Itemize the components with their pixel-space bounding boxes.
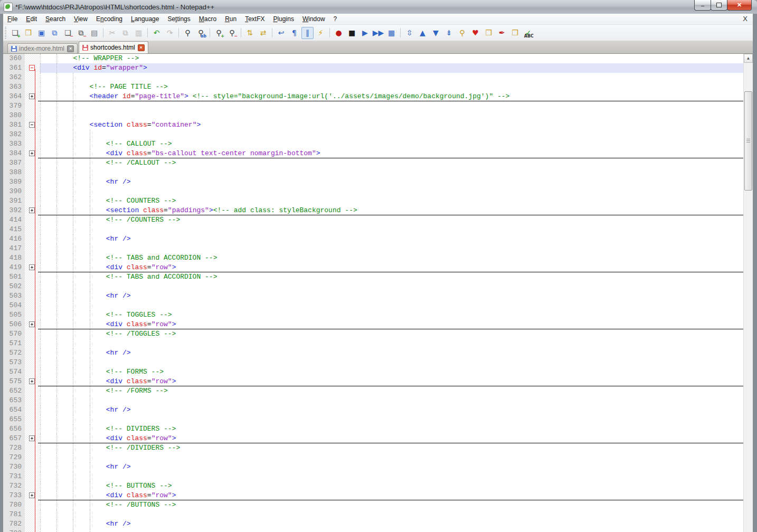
collapse-all-icon[interactable]: ⇳ <box>403 27 415 39</box>
line-text[interactable] <box>40 111 744 120</box>
macro-save-icon[interactable]: ▦ <box>385 27 398 39</box>
line-number[interactable]: 656 <box>3 424 25 434</box>
line-number[interactable]: 379 <box>3 101 25 111</box>
line-number[interactable]: 733 <box>3 491 25 500</box>
line-text[interactable] <box>40 101 744 111</box>
menu-encoding[interactable]: Encoding <box>92 14 127 24</box>
line-text[interactable]: <!-- COUNTERS --> <box>40 196 744 206</box>
line-number[interactable]: 652 <box>3 386 25 396</box>
line-number[interactable]: 388 <box>3 168 25 177</box>
menu-plugins[interactable]: Plugins <box>269 14 298 24</box>
line-text[interactable]: <div class="row"> <box>40 377 744 386</box>
fold-expand-icon[interactable] <box>29 264 35 270</box>
line-number[interactable]: 732 <box>3 481 25 491</box>
line-number[interactable]: 505 <box>3 310 25 320</box>
fold-expand-icon[interactable] <box>29 150 35 156</box>
doc-monitor-icon[interactable]: ⚡ <box>315 27 327 39</box>
line-text[interactable] <box>40 130 744 139</box>
line-number[interactable]: 503 <box>3 291 25 301</box>
line-text[interactable]: <!-- /CALLOUT --> <box>40 158 744 168</box>
line-text[interactable] <box>40 358 744 367</box>
line-number[interactable]: 382 <box>3 130 25 139</box>
line-number[interactable]: 392 <box>3 206 25 215</box>
line-text[interactable] <box>40 472 744 481</box>
line-text[interactable]: <div class="row"> <box>40 263 744 272</box>
print-icon[interactable]: ▤ <box>88 27 100 39</box>
line-text[interactable]: <!-- /TOGGLES --> <box>40 329 744 339</box>
fold-down-icon[interactable]: ▼ <box>430 27 442 39</box>
line-text[interactable]: <!-- WRAPPER --> <box>40 54 744 63</box>
line-text[interactable]: <!-- /BUTTONS --> <box>40 500 744 510</box>
line-text[interactable] <box>40 187 744 196</box>
menu-settings[interactable]: Settings <box>163 14 194 24</box>
line-number[interactable]: 364 <box>3 92 25 101</box>
fold-expand-icon[interactable] <box>29 435 35 441</box>
line-text[interactable]: <!-- FORMS --> <box>40 367 744 377</box>
line-text[interactable] <box>40 510 744 519</box>
line-number[interactable]: 391 <box>3 196 25 206</box>
line-text[interactable] <box>40 282 744 291</box>
cut-icon[interactable]: ✂ <box>106 27 118 39</box>
fold-up-icon[interactable]: ▲ <box>417 27 429 39</box>
line-text[interactable]: <!-- CALLOUT --> <box>40 139 744 149</box>
line-text[interactable]: <hr /> <box>40 405 744 415</box>
vertical-scrollbar[interactable]: ▲ <box>743 54 753 532</box>
menu-language[interactable]: Language <box>127 14 163 24</box>
line-number[interactable]: 362 <box>3 73 25 82</box>
line-text[interactable]: <!-- PAGE TITLE --> <box>40 82 744 92</box>
zoom-in-icon[interactable]: ⚲+ <box>213 27 225 39</box>
line-number[interactable]: 571 <box>3 339 25 348</box>
macro-stop-icon[interactable]: ■ <box>346 27 358 39</box>
line-text[interactable]: <!-- TABS and ACCORDION --> <box>40 272 744 282</box>
line-number[interactable]: 573 <box>3 358 25 367</box>
line-text[interactable]: <header id="page-title"> <!-- style="bac… <box>40 92 744 101</box>
line-number[interactable]: 502 <box>3 282 25 291</box>
word-wrap-icon[interactable]: ↩ <box>275 27 287 39</box>
fold-expand-icon[interactable] <box>29 93 35 99</box>
line-text[interactable]: <!-- /FORMS --> <box>40 386 744 396</box>
line-text[interactable]: <!-- TABS and ACCORDION --> <box>40 253 744 263</box>
paste-icon[interactable]: ▥ <box>133 27 145 39</box>
line-number[interactable]: 653 <box>3 396 25 405</box>
menu-macro[interactable]: Macro <box>195 14 221 24</box>
fold-expand-icon[interactable] <box>29 378 35 384</box>
line-number[interactable]: 418 <box>3 253 25 263</box>
menu-textfx[interactable]: TextFX <box>241 14 269 24</box>
line-number[interactable]: 363 <box>3 82 25 92</box>
tab-close-icon[interactable]: × <box>67 45 74 52</box>
close-doc-icon[interactable]: ❏− <box>62 27 74 39</box>
zoom-out-icon[interactable]: ⚲− <box>226 27 238 39</box>
line-text[interactable]: <hr /> <box>40 291 744 301</box>
line-number[interactable]: 419 <box>3 263 25 272</box>
macro-record-icon[interactable]: ● <box>333 27 345 39</box>
line-number[interactable]: 655 <box>3 415 25 424</box>
replace-icon[interactable]: ⚲ab <box>195 27 207 39</box>
line-text[interactable] <box>40 396 744 405</box>
menu-window[interactable]: Window <box>298 14 329 24</box>
open-folder-icon[interactable]: ❒ <box>22 27 34 39</box>
scrollbar-thumb[interactable] <box>744 91 752 191</box>
editor[interactable]: 360<!-- WRAPPER -->361<div id="wrapper">… <box>3 54 753 532</box>
line-text[interactable]: <div id="wrapper"> <box>40 63 744 73</box>
line-number[interactable]: 383 <box>3 139 25 149</box>
pdf-export-icon[interactable]: ✒ <box>496 27 508 39</box>
line-text[interactable]: <hr /> <box>40 348 744 358</box>
line-text[interactable]: <hr /> <box>40 234 744 244</box>
line-text[interactable]: <div class="row"> <box>40 434 744 443</box>
minimize-button[interactable]: – <box>694 0 711 11</box>
line-text[interactable]: <!-- TOGGLES --> <box>40 310 744 320</box>
line-number[interactable]: 782 <box>3 519 25 529</box>
menu-search[interactable]: Search <box>41 14 70 24</box>
undo-icon[interactable]: ↶ <box>150 27 163 39</box>
line-number[interactable]: 729 <box>3 453 25 462</box>
close-all-docs-icon[interactable]: ⧉− <box>75 27 87 39</box>
line-number[interactable]: 384 <box>3 149 25 158</box>
line-text[interactable]: <div class="bs-callout text-center nomar… <box>40 149 744 158</box>
line-text[interactable]: <!-- BUTTONS --> <box>40 481 744 491</box>
line-text[interactable]: <!-- DIVIDERS --> <box>40 424 744 434</box>
line-number[interactable]: 783 <box>3 529 25 532</box>
line-text[interactable]: <section class="paddings"><!-- add class… <box>40 206 744 215</box>
redo-icon[interactable]: ↷ <box>164 27 176 39</box>
line-text[interactable] <box>40 529 744 532</box>
tab-close-icon[interactable]: × <box>138 44 145 51</box>
